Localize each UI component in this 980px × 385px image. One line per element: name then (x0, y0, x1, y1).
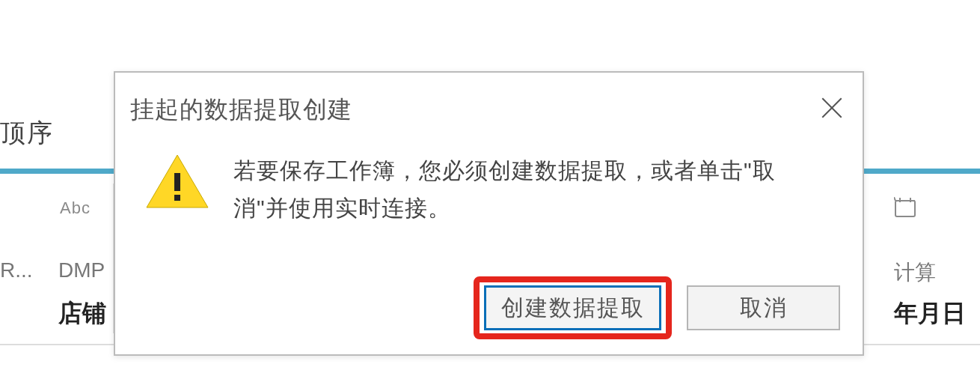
dmp-label: DMP (58, 258, 105, 282)
source-label: R... (0, 258, 33, 282)
sort-order-label: 顶序 (0, 116, 54, 151)
column-left: Abc R... DMP 店铺 (0, 184, 114, 333)
svg-rect-6 (174, 173, 180, 191)
dialog-pending-extract: 挂起的数据提取创建 若要保存工作簿，您必须创建数据提取，或者单击"取消"并使用实… (114, 71, 864, 356)
primary-button-highlight: 创建数据提取 (474, 276, 672, 339)
dialog-footer: 创建数据提取 取消 (474, 276, 840, 339)
close-icon[interactable] (819, 95, 845, 121)
svg-rect-0 (895, 201, 915, 216)
svg-line-2 (894, 197, 895, 201)
column-divider-left (0, 169, 114, 174)
date-icon (894, 197, 916, 223)
calc-label: 计算 (894, 258, 936, 287)
ymd-label: 年月日 (894, 297, 966, 330)
dialog-header: 挂起的数据提取创建 (115, 73, 863, 127)
column-right: 计算 年月日 (864, 184, 980, 333)
column-divider-right (864, 169, 980, 174)
dialog-body: 若要保存工作簿，您必须创建数据提取，或者单击"取消"并使用实时连接。 (115, 127, 863, 234)
store-label: 店铺 (58, 297, 106, 330)
svg-rect-7 (174, 195, 180, 201)
dialog-message: 若要保存工作簿，您必须创建数据提取，或者单击"取消"并使用实时连接。 (233, 152, 840, 226)
dialog-title: 挂起的数据提取创建 (130, 94, 863, 127)
warning-icon (144, 152, 211, 226)
cancel-button[interactable]: 取消 (687, 285, 840, 330)
create-extract-button[interactable]: 创建数据提取 (484, 285, 661, 330)
type-badge-abc: Abc (60, 198, 91, 218)
